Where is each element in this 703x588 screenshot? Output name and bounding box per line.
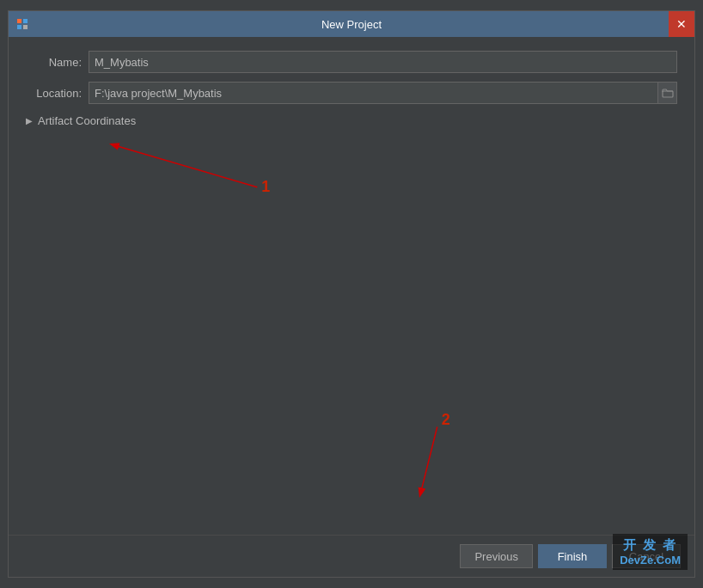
dialog-title: New Project: [321, 18, 382, 31]
location-label: Location:: [26, 87, 82, 100]
svg-rect-2: [17, 25, 21, 29]
svg-line-5: [112, 144, 258, 187]
svg-text:1: 1: [261, 178, 270, 195]
annotations-overlay: 1 2: [26, 136, 677, 521]
name-label: Name:: [26, 56, 82, 69]
watermark: 开 发 者 DevZe.CoM: [613, 534, 688, 570]
browse-button[interactable]: [657, 83, 676, 103]
close-button[interactable]: ✕: [669, 11, 694, 37]
name-row: Name:: [26, 51, 677, 73]
expand-icon: ▶: [26, 116, 33, 126]
dialog-content: Name: Location: ▶ Artifact Coordinates: [9, 37, 694, 535]
title-bar: New Project ✕: [9, 11, 694, 37]
name-input[interactable]: [89, 51, 677, 73]
watermark-line1: 开 发 者: [620, 537, 681, 554]
svg-line-7: [420, 426, 437, 495]
finish-button[interactable]: Finish: [538, 544, 607, 568]
location-input-wrap: [89, 82, 677, 104]
canvas-area: 1 2: [26, 136, 677, 521]
svg-rect-4: [663, 91, 673, 97]
svg-text:2: 2: [442, 412, 450, 429]
app-icon: [15, 17, 29, 31]
previous-button[interactable]: Previous: [460, 544, 533, 568]
location-input[interactable]: [89, 83, 657, 103]
svg-rect-0: [17, 19, 21, 23]
svg-rect-3: [23, 25, 28, 29]
new-project-dialog: New Project ✕ Name: Location:: [8, 10, 695, 578]
artifact-label: Artifact Coordinates: [38, 114, 136, 127]
location-row: Location:: [26, 82, 677, 104]
artifact-coordinates-row[interactable]: ▶ Artifact Coordinates: [26, 114, 677, 127]
button-bar: Previous Finish Cancel 开 发 者 DevZe.CoM: [9, 535, 694, 577]
watermark-line2: DevZe.CoM: [620, 554, 681, 567]
svg-rect-1: [23, 19, 28, 23]
